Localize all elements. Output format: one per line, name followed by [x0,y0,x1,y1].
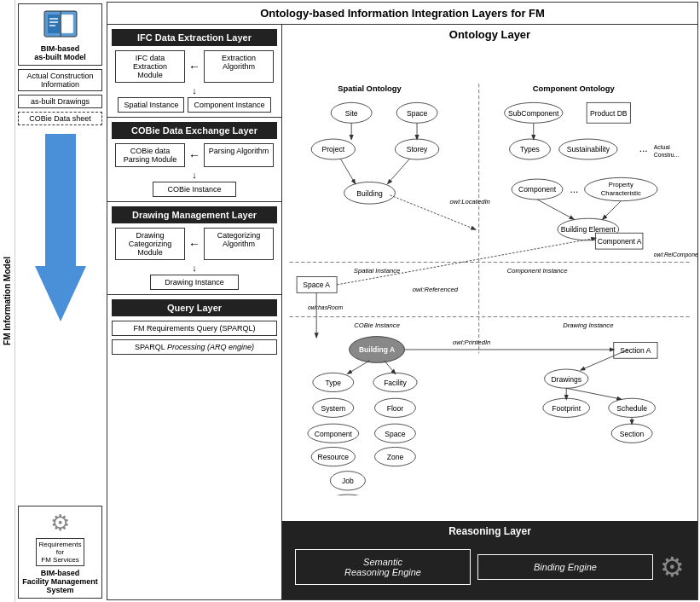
query-layer-title: Query Layer [112,299,277,316]
svg-rect-6 [49,25,55,26]
ifc-outputs-row: Spatial Instance Component Instance [112,97,277,113]
cobie-parsing-module: COBie data Parsing Module [115,143,185,167]
blue-arrow-container [18,134,102,497]
ontology-layer: Ontology Layer Spatial Ontology Componen… [282,25,697,521]
cobie-modules-row: COBie data Parsing Module ← Parsing Algo… [112,143,277,167]
zone-label: Zone [387,453,404,461]
cobie-layer-title: COBie Data Exchange Layer [112,122,277,139]
ba-type-arrow [348,361,370,373]
gear-icon: ⚙ [50,510,70,536]
floor-label: Floor [387,404,404,413]
drawings-label: Drawings [551,375,581,384]
building-a-label: Building A [359,345,395,354]
bim-fms-label: BIM-basedFacility ManagementSystem [22,569,98,594]
left-panel: BIM-based as-built Model Actual Construc… [15,0,105,602]
bim-model-label: BIM-based as-built Model [34,44,86,61]
ifc-modules-row: IFC data Extraction Module ← Extraction … [112,50,277,83]
sustainability-label: Sustainability [567,145,610,153]
actual-construction-small: Actual [654,144,670,150]
cobie-arrow-down: ↓ [112,170,277,180]
sparql-processing: SPARQL Processing (ARQ engine) [112,339,277,355]
drawings-schedule-arrow [566,388,621,399]
space-a-label: Space A [303,281,330,289]
component-instance-box: Component Instance [188,97,270,113]
component-instance-label-ont: Component Instance [507,267,568,275]
space-label: Space [407,109,427,118]
facility-label: Facility [384,379,407,387]
project-label: Project [322,145,345,153]
owlrelcomp-label: owl:RelComponent [654,252,697,258]
actual-construction-info: Actual Construction Information [18,69,102,91]
ifc-layer-title: IFC Data Extraction Layer [112,29,277,46]
characteristic-label: Characteristic [601,189,641,197]
fm-requirements-label: RequirementsforFM Services [36,538,85,566]
owllocatedin-label: owl:LocatedIn [450,198,490,205]
resource-label: Resource [318,453,350,461]
query-layer: Query Layer FM Requirements Query (SPARQ… [107,295,281,599]
main-title: Ontology-based Information Integration L… [107,3,697,25]
system-label: System [321,404,345,413]
cobie-output-row: COBie Instance [112,182,277,197]
sa-drawings-arrow [581,350,628,370]
reasoning-layer-title: Reasoning Layer [282,521,697,541]
schedule-label: Schedule [616,404,647,413]
space-cobie-label: Space [385,430,405,438]
spatial-ontology-label: Spatial Ontology [338,84,402,93]
owlreferenced-label: owl:Referenced [413,286,459,293]
ifc-arrow-down: ↓ [112,85,277,96]
svg-rect-5 [49,21,58,23]
cobie-instance-output: COBie Instance [153,182,235,197]
extraction-algorithm: Extraction Algorithm [204,50,274,83]
drawing-modules-row: Drawing Categorizing Module ← Categorizi… [112,228,277,260]
categorizing-algorithm: Categorizing Algorithm [204,228,274,260]
binding-engine-box: Binding Engine [477,554,653,580]
drawing-categorizing-module: Drawing Categorizing Module [115,228,185,260]
storey-label: Storey [407,145,428,153]
drawing-output-row: Drawing Instance [112,275,277,290]
space-component-arrow [337,238,595,285]
cobie-datasheet-info: COBie Data sheet [18,112,102,125]
ba-facility-arrow [385,361,396,373]
ontology-reasoning-column: Ontology Layer Spatial Ontology Componen… [282,25,697,599]
bim-asbuilt-box: BIM-based as-built Model [18,3,102,66]
dots-2: ... [570,183,578,195]
cobie-left-arrow: ← [188,143,200,167]
semantic-reasoning-box: Semantic Reasoning Engine [295,549,471,585]
component-cobie-label: Component [315,430,353,438]
owlhasroom-label: owl:hasRoom [308,304,344,310]
drawing-instance-label-ont: Drawing Instance [563,321,613,329]
actual-construction-small2: Constru... [654,152,680,158]
cobie-instance-label-ont: COBie Instance [354,321,400,329]
svg-marker-7 [35,134,86,321]
svg-rect-4 [49,18,58,20]
parsing-algorithm: Parsing Algorithm [204,143,274,167]
component-label: Component [518,185,557,194]
section-label: Section [620,430,645,438]
reasoning-content: Semantic Reasoning Engine Binding Engine… [282,541,697,599]
comp-be-arrow [537,200,574,219]
job-label: Job [342,477,354,485]
dots-1: ... [639,142,648,154]
spatial-instance-box: Spatial Instance [118,97,184,113]
reasoning-layer: Reasoning Layer Semantic Reasoning Engin… [282,521,697,599]
site-label: Site [345,109,358,118]
spatial-instance-label-ont: Spatial Instance [354,267,401,275]
owlprintedin-label: owl:PrintedIn [453,339,490,346]
bim-fms-box: ⚙ RequirementsforFM Services BIM-basedFa… [18,506,102,599]
component-ontology-label: Component Ontology [533,84,616,93]
drawing-layer: Drawing Management Layer Drawing Categor… [107,202,281,295]
type-label: Type [326,379,342,387]
subcomponent-label: SubComponent [508,109,559,118]
fm-requirements-query: FM Requirements Query (SPARQL) [112,321,277,336]
drawing-layer-title: Drawing Management Layer [112,206,277,223]
blue-arrow-svg [35,134,86,321]
bim-icon [43,8,78,42]
main-panel: Ontology-based Information Integration L… [107,2,698,600]
drawing-instance-output: Drawing Instance [150,275,239,290]
storey-building-arrow [388,159,410,183]
left-arrow: ← [188,50,200,83]
ifc-extraction-module: IFC data Extraction Module [115,50,185,83]
component-a-label: Component A [598,237,642,246]
document-node [325,495,372,495]
cobie-layer: COBie Data Exchange Layer COBie data Par… [107,118,281,202]
